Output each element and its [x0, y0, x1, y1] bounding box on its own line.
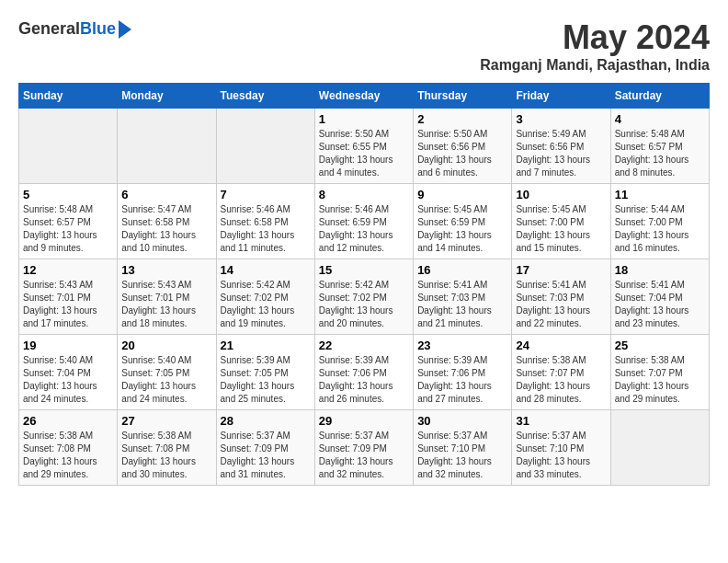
day-number: 27 — [121, 414, 211, 428]
calendar-cell: 22Sunrise: 5:39 AM Sunset: 7:06 PM Dayli… — [314, 335, 413, 410]
logo-arrow-icon — [119, 20, 131, 39]
calendar-table: SundayMondayTuesdayWednesdayThursdayFrid… — [18, 83, 710, 486]
day-info: Sunrise: 5:48 AM Sunset: 6:57 PM Dayligh… — [615, 128, 705, 179]
calendar-cell: 21Sunrise: 5:39 AM Sunset: 7:05 PM Dayli… — [216, 335, 314, 410]
day-of-week-header: Monday — [118, 84, 216, 109]
day-number: 31 — [516, 414, 606, 428]
day-info: Sunrise: 5:40 AM Sunset: 7:04 PM Dayligh… — [23, 354, 113, 406]
day-info: Sunrise: 5:37 AM Sunset: 7:10 PM Dayligh… — [516, 430, 606, 481]
day-info: Sunrise: 5:40 AM Sunset: 7:05 PM Dayligh… — [121, 354, 211, 406]
day-number: 7 — [221, 188, 311, 201]
calendar-week-row: 19Sunrise: 5:40 AM Sunset: 7:04 PM Dayli… — [19, 335, 710, 410]
day-number: 5 — [23, 188, 113, 201]
calendar-cell: 5Sunrise: 5:48 AM Sunset: 6:57 PM Daylig… — [19, 184, 118, 259]
day-info: Sunrise: 5:46 AM Sunset: 6:59 PM Dayligh… — [319, 203, 409, 255]
day-info: Sunrise: 5:45 AM Sunset: 7:00 PM Dayligh… — [516, 203, 606, 255]
calendar-cell: 12Sunrise: 5:43 AM Sunset: 7:01 PM Dayli… — [19, 259, 118, 335]
calendar-cell: 8Sunrise: 5:46 AM Sunset: 6:59 PM Daylig… — [314, 184, 413, 259]
calendar-cell — [118, 109, 216, 184]
day-info: Sunrise: 5:47 AM Sunset: 6:58 PM Dayligh… — [121, 203, 211, 255]
day-info: Sunrise: 5:38 AM Sunset: 7:08 PM Dayligh… — [23, 430, 113, 481]
day-info: Sunrise: 5:45 AM Sunset: 6:59 PM Dayligh… — [417, 203, 507, 255]
day-info: Sunrise: 5:43 AM Sunset: 7:01 PM Dayligh… — [23, 279, 113, 330]
day-of-week-header: Wednesday — [314, 84, 413, 109]
calendar-cell — [19, 109, 118, 184]
day-number: 15 — [319, 263, 409, 277]
day-number: 29 — [319, 414, 409, 428]
calendar-cell: 7Sunrise: 5:46 AM Sunset: 6:58 PM Daylig… — [216, 184, 314, 259]
calendar-cell: 3Sunrise: 5:49 AM Sunset: 6:56 PM Daylig… — [512, 109, 610, 184]
day-number: 10 — [516, 188, 606, 201]
day-number: 1 — [319, 112, 409, 126]
day-number: 6 — [121, 188, 211, 201]
calendar-header-row: SundayMondayTuesdayWednesdayThursdayFrid… — [19, 84, 710, 109]
day-of-week-header: Friday — [512, 84, 610, 109]
day-info: Sunrise: 5:37 AM Sunset: 7:09 PM Dayligh… — [319, 430, 409, 481]
calendar-cell: 25Sunrise: 5:38 AM Sunset: 7:07 PM Dayli… — [610, 335, 709, 410]
calendar-cell: 28Sunrise: 5:37 AM Sunset: 7:09 PM Dayli… — [216, 410, 314, 486]
calendar-cell: 13Sunrise: 5:43 AM Sunset: 7:01 PM Dayli… — [118, 259, 216, 335]
day-info: Sunrise: 5:37 AM Sunset: 7:10 PM Dayligh… — [417, 430, 507, 481]
day-info: Sunrise: 5:39 AM Sunset: 7:05 PM Dayligh… — [221, 354, 311, 406]
day-info: Sunrise: 5:41 AM Sunset: 7:03 PM Dayligh… — [516, 279, 606, 330]
calendar-cell: 16Sunrise: 5:41 AM Sunset: 7:03 PM Dayli… — [414, 259, 512, 335]
calendar-cell: 9Sunrise: 5:45 AM Sunset: 6:59 PM Daylig… — [414, 184, 512, 259]
day-info: Sunrise: 5:38 AM Sunset: 7:07 PM Dayligh… — [615, 354, 705, 406]
day-info: Sunrise: 5:43 AM Sunset: 7:01 PM Dayligh… — [121, 279, 211, 330]
day-info: Sunrise: 5:48 AM Sunset: 6:57 PM Dayligh… — [23, 203, 113, 255]
calendar-cell: 27Sunrise: 5:38 AM Sunset: 7:08 PM Dayli… — [118, 410, 216, 486]
day-info: Sunrise: 5:44 AM Sunset: 7:00 PM Dayligh… — [615, 203, 705, 255]
calendar-cell — [610, 410, 709, 486]
day-number: 16 — [417, 263, 507, 277]
day-of-week-header: Saturday — [610, 84, 709, 109]
day-number: 11 — [615, 188, 705, 201]
day-number: 4 — [615, 112, 705, 126]
day-of-week-header: Tuesday — [216, 84, 314, 109]
day-info: Sunrise: 5:50 AM Sunset: 6:55 PM Dayligh… — [319, 128, 409, 179]
day-info: Sunrise: 5:42 AM Sunset: 7:02 PM Dayligh… — [221, 279, 311, 330]
day-info: Sunrise: 5:46 AM Sunset: 6:58 PM Dayligh… — [221, 203, 311, 255]
day-number: 8 — [319, 188, 409, 201]
day-number: 25 — [615, 339, 705, 352]
logo: General Blue — [18, 18, 131, 39]
title-block: May 2024 Ramganj Mandi, Rajasthan, India — [480, 18, 710, 74]
calendar-cell: 14Sunrise: 5:42 AM Sunset: 7:02 PM Dayli… — [216, 259, 314, 335]
day-number: 23 — [417, 339, 507, 352]
calendar-cell: 11Sunrise: 5:44 AM Sunset: 7:00 PM Dayli… — [610, 184, 709, 259]
calendar-subtitle: Ramganj Mandi, Rajasthan, India — [480, 57, 710, 74]
calendar-cell: 18Sunrise: 5:41 AM Sunset: 7:04 PM Dayli… — [610, 259, 709, 335]
day-number: 18 — [615, 263, 705, 277]
day-of-week-header: Thursday — [414, 84, 512, 109]
day-number: 26 — [23, 414, 113, 428]
day-number: 9 — [417, 188, 507, 201]
day-number: 19 — [23, 339, 113, 352]
day-info: Sunrise: 5:42 AM Sunset: 7:02 PM Dayligh… — [319, 279, 409, 330]
day-info: Sunrise: 5:38 AM Sunset: 7:07 PM Dayligh… — [516, 354, 606, 406]
calendar-cell: 29Sunrise: 5:37 AM Sunset: 7:09 PM Dayli… — [314, 410, 413, 486]
calendar-cell: 1Sunrise: 5:50 AM Sunset: 6:55 PM Daylig… — [314, 109, 413, 184]
calendar-cell: 24Sunrise: 5:38 AM Sunset: 7:07 PM Dayli… — [512, 335, 610, 410]
day-info: Sunrise: 5:37 AM Sunset: 7:09 PM Dayligh… — [221, 430, 311, 481]
calendar-cell: 17Sunrise: 5:41 AM Sunset: 7:03 PM Dayli… — [512, 259, 610, 335]
calendar-title: May 2024 — [480, 18, 710, 57]
day-info: Sunrise: 5:41 AM Sunset: 7:03 PM Dayligh… — [417, 279, 507, 330]
calendar-week-row: 5Sunrise: 5:48 AM Sunset: 6:57 PM Daylig… — [19, 184, 710, 259]
calendar-cell: 4Sunrise: 5:48 AM Sunset: 6:57 PM Daylig… — [610, 109, 709, 184]
day-number: 3 — [516, 112, 606, 126]
day-number: 2 — [417, 112, 507, 126]
day-of-week-header: Sunday — [19, 84, 118, 109]
day-number: 13 — [121, 263, 211, 277]
calendar-cell: 19Sunrise: 5:40 AM Sunset: 7:04 PM Dayli… — [19, 335, 118, 410]
calendar-cell: 30Sunrise: 5:37 AM Sunset: 7:10 PM Dayli… — [414, 410, 512, 486]
day-info: Sunrise: 5:41 AM Sunset: 7:04 PM Dayligh… — [615, 279, 705, 330]
day-number: 28 — [221, 414, 311, 428]
calendar-cell: 26Sunrise: 5:38 AM Sunset: 7:08 PM Dayli… — [19, 410, 118, 486]
day-number: 17 — [516, 263, 606, 277]
day-number: 20 — [121, 339, 211, 352]
calendar-cell: 15Sunrise: 5:42 AM Sunset: 7:02 PM Dayli… — [314, 259, 413, 335]
logo-blue-text: Blue — [80, 19, 116, 39]
calendar-cell — [216, 109, 314, 184]
day-info: Sunrise: 5:39 AM Sunset: 7:06 PM Dayligh… — [319, 354, 409, 406]
calendar-week-row: 26Sunrise: 5:38 AM Sunset: 7:08 PM Dayli… — [19, 410, 710, 486]
calendar-cell: 10Sunrise: 5:45 AM Sunset: 7:00 PM Dayli… — [512, 184, 610, 259]
